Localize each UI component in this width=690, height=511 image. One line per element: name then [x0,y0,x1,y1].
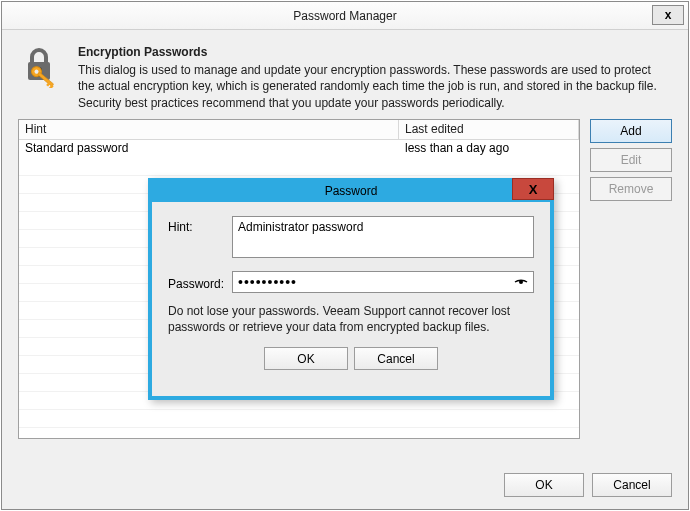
hint-input[interactable] [232,216,534,258]
lock-key-icon [20,44,64,111]
remove-button: Remove [590,177,672,201]
window-title: Password Manager [293,9,396,23]
password-input[interactable] [232,271,534,293]
modal-cancel-button[interactable]: Cancel [354,347,438,370]
ok-button[interactable]: OK [504,473,584,497]
password-dialog: Password X Hint: Password: [148,178,554,400]
password-label: Password: [168,273,232,291]
header-heading: Encryption Passwords [78,44,670,60]
reveal-password-icon[interactable] [512,273,530,291]
header-block: Encryption Passwords This dialog is used… [2,30,688,119]
hint-label: Hint: [168,216,232,234]
table-row[interactable]: Standard password less than a day ago [19,140,579,158]
password-manager-window: Password Manager x [1,1,689,510]
cell-hint: Standard password [19,140,399,158]
warning-text: Do not lose your passwords. Veeam Suppor… [168,303,534,335]
add-button[interactable]: Add [590,119,672,143]
grid-header: Hint Last edited [19,120,579,140]
modal-titlebar: Password X [148,178,554,202]
modal-title: Password [325,184,378,198]
svg-point-8 [519,280,523,284]
column-last-edited[interactable]: Last edited [399,120,579,140]
edit-button: Edit [590,148,672,172]
titlebar: Password Manager x [2,2,688,30]
modal-ok-button[interactable]: OK [264,347,348,370]
column-hint[interactable]: Hint [19,120,399,140]
close-button[interactable]: x [652,5,684,25]
cell-edited: less than a day ago [399,140,579,158]
header-description: This dialog is used to manage and update… [78,62,670,111]
modal-close-button[interactable]: X [512,178,554,200]
cancel-button[interactable]: Cancel [592,473,672,497]
